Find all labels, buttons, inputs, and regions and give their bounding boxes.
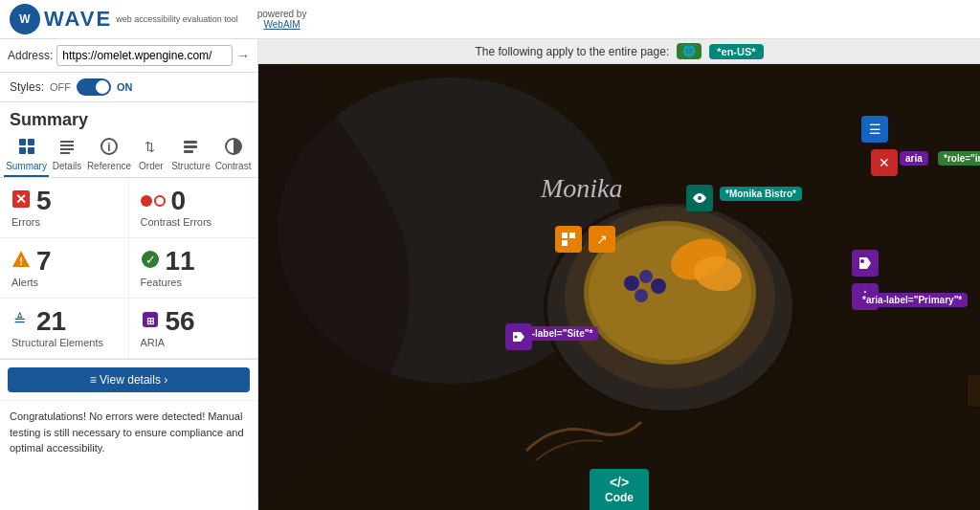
order-tab-label: Order <box>139 161 164 171</box>
address-bar: Address: → <box>0 39 257 73</box>
svg-point-34 <box>624 276 639 291</box>
styles-toggle: Styles: OFF ON <box>0 73 257 102</box>
svg-rect-15 <box>184 150 193 153</box>
details-tab-icon <box>58 138 76 159</box>
stat-structural: ≜ 21 Structural Elements <box>0 299 129 359</box>
summary-title: Summary <box>0 102 257 134</box>
svg-marker-52 <box>859 257 871 269</box>
tab-details[interactable]: Details <box>49 134 85 177</box>
app-name: WAVE <box>44 7 112 32</box>
svg-rect-2 <box>19 139 26 145</box>
wave-logo-circle: W <box>10 4 40 34</box>
contrast-error-icon <box>141 195 166 207</box>
errors-count: 5 <box>36 188 52 214</box>
svg-rect-4 <box>19 147 26 154</box>
stat-contrast-errors: 0 Contrast Errors <box>129 178 258 238</box>
address-go-button[interactable]: → <box>236 48 250 63</box>
globe-badge: 🌐 <box>677 43 702 59</box>
nav-hamburger-icon: ☰ <box>861 116 888 143</box>
stat-alerts: ! 7 Alerts <box>0 238 129 299</box>
contrast-tab-icon <box>225 138 242 159</box>
summary-tab-label: Summary <box>6 161 47 171</box>
svg-point-37 <box>635 289 648 302</box>
svg-point-53 <box>860 259 864 263</box>
main-layout: Address: → Styles: OFF ON Summary <box>0 39 980 510</box>
structure-tab-label: Structure <box>171 161 211 171</box>
svg-point-36 <box>651 278 666 294</box>
contrast-tab-label: Contrast <box>215 161 252 171</box>
svg-text:!: ! <box>19 255 23 267</box>
page-applies-bar: The following apply to the entire page: … <box>258 39 980 64</box>
stat-features: ✓ 11 Features <box>129 238 258 299</box>
styles-label: Styles: <box>10 80 44 94</box>
reference-tab-icon: i <box>100 138 118 159</box>
stats-grid: ✕ 5 Errors 0 Contrast Errors <box>0 178 257 360</box>
error-icon: ✕ <box>11 189 31 213</box>
aria-label: ARIA <box>141 337 166 348</box>
toggle-knob <box>96 80 109 94</box>
structural-label: Structural Elements <box>11 337 103 348</box>
aria-label-primary-badge: *aria-label="Primary"* <box>857 293 968 307</box>
webaim-link[interactable]: WebAIM <box>264 19 301 30</box>
code-button[interactable]: </> Code <box>590 469 649 510</box>
svg-rect-51 <box>562 240 568 246</box>
alerts-label: Alerts <box>11 277 38 288</box>
page-applies-text: The following apply to the entire page: <box>475 45 669 58</box>
address-input[interactable] <box>56 45 233 66</box>
svg-rect-13 <box>184 141 197 144</box>
alert-icon: ! <box>11 250 31 273</box>
structural-icon: ≜ <box>11 310 31 333</box>
svg-rect-49 <box>562 233 568 238</box>
svg-point-55 <box>515 336 518 339</box>
svg-rect-50 <box>569 233 575 238</box>
lang-badge: *en-US* <box>709 44 763 59</box>
eye-icon <box>686 185 713 211</box>
nav-tabs: Summary Details i <box>0 134 257 178</box>
svg-rect-5 <box>28 147 34 154</box>
styles-off-label: OFF <box>50 81 71 93</box>
wave-logo: W WAVE web accessibility evaluation tool <box>10 4 238 34</box>
form-icon-1 <box>555 226 582 253</box>
svg-text:⇅: ⇅ <box>145 140 155 154</box>
tab-reference[interactable]: i Reference <box>85 134 133 177</box>
svg-text:⊞: ⊞ <box>146 316 154 326</box>
site-tag-icon <box>505 323 532 350</box>
monika-bistro-badge: *Monika Bistro* <box>720 187 802 201</box>
svg-text:i: i <box>107 141 110 154</box>
structure-tab-icon <box>182 138 199 159</box>
svg-text:W: W <box>19 12 31 26</box>
globe-icon: 🌐 <box>682 45 696 57</box>
tab-contrast[interactable]: Contrast <box>212 134 254 177</box>
feature-icon: ✓ <box>141 250 160 273</box>
styles-on-label: ON <box>117 81 133 93</box>
tab-order[interactable]: ⇅ Order <box>133 134 169 177</box>
aria-icon: ⊞ <box>141 310 160 333</box>
stat-errors: ✕ 5 Errors <box>0 178 129 238</box>
summary-tab-icon <box>18 138 35 159</box>
svg-text:≜: ≜ <box>13 312 26 328</box>
styles-toggle-switch[interactable] <box>77 78 111 96</box>
tab-structure[interactable]: Structure <box>169 134 212 177</box>
stat-aria: ⊞ 56 ARIA <box>129 299 258 359</box>
sidebar: Address: → Styles: OFF ON Summary <box>0 39 258 510</box>
top-bar: W WAVE web accessibility evaluation tool… <box>0 0 980 39</box>
form-icon-2: ↗ <box>589 226 615 253</box>
structural-count: 21 <box>36 308 66 335</box>
content-area: Monika The following apply to the entire… <box>258 39 980 510</box>
svg-text:✕: ✕ <box>15 191 27 207</box>
alerts-count: 7 <box>36 248 52 275</box>
svg-point-48 <box>698 196 702 200</box>
role-img-badge: *role="img"* <box>938 151 980 166</box>
tab-summary[interactable]: Summary <box>4 134 49 177</box>
contrast-errors-count: 0 <box>171 188 187 214</box>
code-brackets-icon: </> <box>610 475 629 490</box>
features-label: Features <box>141 277 182 288</box>
powered-by: powered by WebAIM <box>257 9 307 30</box>
view-details-button[interactable]: ≡ View details › <box>8 367 250 392</box>
congrats-message: Congratulations! No errors were detected… <box>0 400 257 464</box>
details-tab-label: Details <box>53 161 82 171</box>
close-x-icon: ✕ <box>871 149 898 176</box>
address-label: Address: <box>8 49 53 62</box>
app-subtitle: web accessibility evaluation tool <box>116 14 238 25</box>
order-tab-icon: ⇅ <box>143 138 160 159</box>
